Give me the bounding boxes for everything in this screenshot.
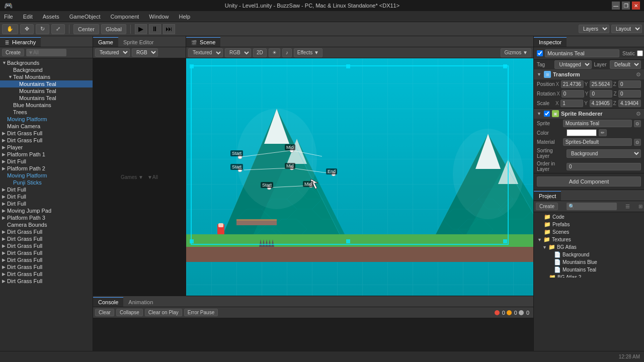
center-toggle[interactable]: Center <box>73 24 99 34</box>
tab-game[interactable]: Game <box>93 37 118 47</box>
hierarchy-item[interactable]: ▶Dirt Full <box>0 186 93 193</box>
hierarchy-item[interactable]: ▶Dirt Grass Full <box>0 242 93 249</box>
project-menu-icon[interactable]: ☰ <box>625 204 630 209</box>
pos-x-input[interactable] <box>561 80 584 88</box>
scale-x-input[interactable] <box>560 100 583 107</box>
play-button[interactable]: ▶ <box>135 24 147 34</box>
tab-scene[interactable]: 🎬 Scene <box>186 37 220 47</box>
menu-help[interactable]: Help <box>177 13 192 21</box>
tab-animation[interactable]: Animation <box>123 297 158 307</box>
scale-z-input[interactable] <box>618 100 641 107</box>
color-select[interactable]: RGB <box>132 48 158 57</box>
project-item[interactable]: 📁Prefabs <box>534 221 644 228</box>
color-picker[interactable] <box>567 129 597 136</box>
project-item[interactable]: 📁Code <box>534 213 644 221</box>
sprite-value-input[interactable] <box>563 120 632 127</box>
scene-gizmos-btn[interactable]: Gizmos ▼ <box>501 48 531 57</box>
material-select-btn[interactable]: ⊙ <box>634 139 641 146</box>
hierarchy-create-btn[interactable]: Create <box>2 49 24 56</box>
layout-dropdown[interactable]: Layout <box>611 25 642 33</box>
global-toggle[interactable]: Global <box>101 24 126 34</box>
hierarchy-item[interactable]: Trees <box>0 109 93 116</box>
scene-light-btn[interactable]: ☀ <box>269 48 280 57</box>
menu-assets[interactable]: Assets <box>41 13 61 21</box>
scene-view[interactable]: Start Mid Start Mid End Start Mid <box>186 58 533 296</box>
hierarchy-item[interactable]: ▶Dirt Grass Full <box>0 137 93 144</box>
scene-effects-btn[interactable]: Effects ▼ <box>294 48 323 57</box>
hierarchy-item[interactable]: Moving Platform <box>0 116 93 123</box>
hierarchy-search[interactable] <box>26 49 66 56</box>
pause-button[interactable]: ⏸ <box>149 24 161 34</box>
hierarchy-item[interactable]: ▶Dirt Grass Full <box>0 256 93 263</box>
scene-render-select[interactable]: Textured <box>188 48 223 57</box>
project-item[interactable]: ▼📁BG Atlas <box>534 243 644 251</box>
object-name-input[interactable] <box>545 49 619 57</box>
scene-audio-btn[interactable]: ♪ <box>282 48 292 57</box>
project-item[interactable]: ▼📁Textures <box>534 236 644 243</box>
project-view-icon[interactable]: ⊞ <box>638 204 642 209</box>
scene-2d-btn[interactable]: 2D <box>253 48 267 57</box>
maximize-button[interactable]: ❐ <box>622 2 630 10</box>
console-collapse-btn[interactable]: Collapse <box>116 309 143 316</box>
hierarchy-item[interactable]: ▶Dirt Grass Full <box>0 130 93 137</box>
tab-inspector[interactable]: Inspector <box>534 37 567 47</box>
hierarchy-item[interactable]: ▶Dirt Full <box>0 200 93 207</box>
static-checkbox[interactable] <box>637 50 643 56</box>
sprite-renderer-checkbox[interactable] <box>544 111 550 117</box>
hierarchy-item[interactable]: ▶Platform Path 3 <box>0 214 93 221</box>
project-item[interactable]: 📁BG Atlas 2 <box>534 274 644 278</box>
layer-select[interactable]: Default <box>610 60 641 69</box>
hierarchy-item[interactable]: ▶Dirt Grass Full <box>0 263 93 270</box>
project-search[interactable] <box>567 203 617 210</box>
tag-select[interactable]: Untagged <box>554 60 592 69</box>
hierarchy-item[interactable]: ▶Dirt Full <box>0 193 93 200</box>
project-item[interactable]: 📄Background <box>534 251 644 258</box>
hierarchy-item[interactable]: Blue Mountains <box>0 102 93 109</box>
sorting-layer-select[interactable]: Background <box>567 149 641 158</box>
scale-y-input[interactable] <box>590 100 612 107</box>
hierarchy-item[interactable]: ▼Backgrounds <box>0 59 93 66</box>
hierarchy-item[interactable]: ▶Dirt Grass Full <box>0 235 93 242</box>
material-value-input[interactable] <box>563 138 632 146</box>
pos-y-input[interactable] <box>590 80 612 88</box>
display-select[interactable]: Textured <box>95 48 130 57</box>
sprite-renderer-header[interactable]: ▼ ▣ Sprite Renderer ⚙ <box>534 109 644 119</box>
close-button[interactable]: ✕ <box>632 2 640 10</box>
hierarchy-item[interactable]: ▶Moving Jump Pad <box>0 207 93 214</box>
tab-hierarchy[interactable]: ☰ Hierarchy <box>0 37 41 47</box>
transform-settings-icon[interactable]: ⚙ <box>636 71 641 78</box>
project-create-btn[interactable]: Create <box>536 203 558 210</box>
tab-project[interactable]: Project <box>534 191 561 201</box>
scale-tool[interactable]: ⤢ <box>51 24 65 34</box>
hierarchy-item[interactable]: ▶Dirt Grass Full <box>0 270 93 278</box>
menu-window[interactable]: Window <box>147 13 171 21</box>
hierarchy-item[interactable]: Punji Sticks <box>0 179 93 186</box>
rot-z-input[interactable] <box>618 90 641 98</box>
hierarchy-item[interactable]: Main Camera <box>0 123 93 130</box>
rot-y-input[interactable] <box>590 90 612 98</box>
sprite-select-btn[interactable]: ⊙ <box>634 120 641 127</box>
hierarchy-item[interactable]: ▶Dirt Full <box>0 158 93 165</box>
tab-console[interactable]: Console <box>93 297 123 307</box>
project-item[interactable]: 📄Mountains Teal <box>534 266 644 274</box>
hierarchy-item[interactable]: ▶Player <box>0 144 93 151</box>
sprite-renderer-settings-icon[interactable]: ⚙ <box>636 111 641 117</box>
hierarchy-item[interactable]: ▶Platform Path 2 <box>0 165 93 172</box>
hierarchy-item[interactable]: ▼Teal Mountains <box>0 73 93 80</box>
hierarchy-item[interactable]: ▶Platform Path 1 <box>0 151 93 158</box>
hierarchy-item[interactable]: ▶Dirt Grass Full <box>0 278 93 285</box>
hierarchy-item[interactable]: Moving Platform <box>0 172 93 179</box>
tab-sprite-editor[interactable]: Sprite Editor <box>118 37 159 47</box>
rotate-tool[interactable]: ↻ <box>36 24 49 34</box>
menu-gameobject[interactable]: GameObject <box>67 13 103 21</box>
hierarchy-item[interactable]: Camera Bounds <box>0 221 93 228</box>
scene-color-select[interactable]: RGB <box>225 48 251 57</box>
hand-tool[interactable]: ✋ <box>2 24 18 34</box>
menu-component[interactable]: Component <box>108 13 141 21</box>
minimize-button[interactable]: — <box>612 2 620 10</box>
hierarchy-item[interactable]: Background <box>0 66 93 73</box>
menu-file[interactable]: File <box>2 13 15 21</box>
hierarchy-item[interactable]: ▶Dirt Grass Full <box>0 249 93 256</box>
console-error-pause-btn[interactable]: Error Pause <box>184 309 218 316</box>
add-component-button[interactable]: Add Component <box>537 176 641 187</box>
